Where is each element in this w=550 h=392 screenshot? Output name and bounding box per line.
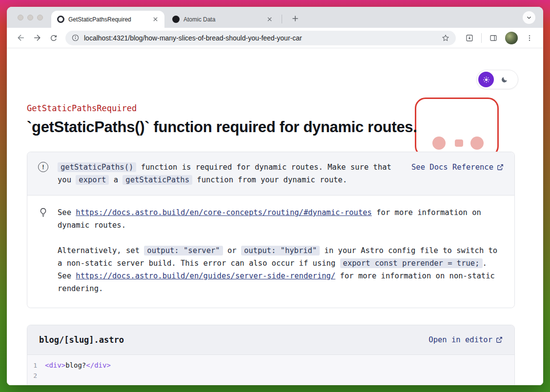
error-title: `getStaticPaths()` function required for… [27, 118, 515, 137]
reload-icon [49, 34, 58, 42]
code-snippet-card: blog/[slug].astro Open in editor 1 <div>… [27, 325, 515, 385]
back-button[interactable] [13, 30, 28, 46]
sun-icon [483, 76, 490, 83]
tab-label: GetStaticPathsRequired [68, 16, 147, 23]
side-panel-icon [489, 34, 498, 42]
inline-code: export [76, 175, 109, 185]
traffic-light-minimize[interactable] [27, 15, 33, 20]
back-arrow-icon [16, 33, 25, 42]
forward-button[interactable] [29, 30, 45, 46]
inline-code: getStaticPaths [122, 175, 192, 185]
astro-favicon [57, 16, 64, 23]
bookmark-star-icon[interactable] [441, 34, 450, 42]
reload-button[interactable] [46, 30, 61, 46]
inline-code: output: "hybrid" [241, 246, 320, 255]
theme-toggle [476, 70, 518, 89]
toolbar-divider [481, 33, 482, 43]
atomic-data-favicon [172, 16, 180, 23]
text-segment: See [58, 208, 76, 217]
line-code: <div>blog?</div> [45, 360, 111, 371]
error-card: ! getStaticPaths() function is required … [27, 152, 515, 308]
code-line: 1 <div>blog?</div> [27, 360, 514, 371]
plus-icon [292, 15, 299, 22]
code-tag: <div> [45, 361, 65, 369]
traffic-light-close[interactable] [18, 15, 23, 20]
open-in-editor-label: Open in editor [428, 333, 492, 346]
page-content: GetStaticPathsRequired `getStaticPaths()… [7, 48, 543, 385]
docs-reference-label: See Docs Reference [411, 161, 493, 174]
error-message-section: ! getStaticPaths() function is required … [27, 152, 514, 196]
code-card-header: blog/[slug].astro Open in editor [27, 325, 514, 355]
lightbulb-icon [38, 207, 48, 217]
address-bar-url[interactable]: localhost:4321/blog/how-many-slices-of-b… [84, 34, 437, 42]
install-app-icon [465, 34, 474, 42]
text-segment: or [223, 246, 241, 255]
profile-avatar[interactable] [505, 32, 518, 44]
inline-code: export const prerender = true; [340, 258, 483, 268]
inline-link[interactable]: https://docs.astro.build/en/guides/serve… [76, 272, 335, 280]
line-number: 1 [27, 360, 45, 371]
tab-label: Atomic Data [183, 16, 262, 23]
error-hint-text: See https://docs.astro.build/en/core-con… [58, 206, 504, 295]
error-hint-section: See https://docs.astro.build/en/core-con… [27, 196, 514, 308]
hint-paragraph-2: Alternatively, set output: "server" or o… [58, 244, 504, 295]
tab-getstaticpathsrequired[interactable]: GetStaticPathsRequired [51, 11, 164, 28]
text-segment: Alternatively, set [58, 246, 144, 255]
omnibox[interactable]: localhost:4321/blog/how-many-slices-of-b… [65, 31, 456, 45]
open-in-editor-link[interactable]: Open in editor [428, 333, 503, 346]
inline-link[interactable]: https://docs.astro.build/en/core-concept… [76, 208, 372, 217]
warning-icon: ! [38, 162, 48, 172]
dark-theme-button[interactable] [496, 72, 512, 87]
tab-atomic-data[interactable]: Atomic Data [166, 11, 279, 28]
light-theme-button[interactable] [478, 72, 494, 87]
site-info-icon[interactable] [71, 34, 80, 42]
new-tab-button[interactable] [289, 12, 302, 25]
traffic-light-zoom[interactable] [37, 15, 43, 20]
kebab-menu-icon [526, 34, 533, 42]
warning-icon-col: ! [38, 161, 51, 186]
code-tag: </div> [86, 361, 111, 369]
tab-search-button[interactable] [523, 11, 535, 24]
code-body: 1 <div>blog?</div> 2 [27, 355, 514, 385]
side-panel-button[interactable] [486, 30, 501, 46]
address-bar: localhost:4321/blog/how-many-slices-of-b… [7, 28, 543, 48]
moon-icon [501, 76, 508, 83]
forward-arrow-icon [33, 33, 42, 42]
toolbar-right [462, 30, 537, 46]
text-segment: blog? [65, 361, 86, 369]
tab-close-icon[interactable] [151, 15, 160, 23]
chevron-down-icon [526, 15, 532, 20]
text-segment: a [109, 176, 122, 184]
code-line: 2 [27, 371, 514, 381]
inline-code: output: "server" [144, 246, 223, 255]
docs-reference-link[interactable]: See Docs Reference [411, 161, 504, 174]
tab-separator [282, 15, 282, 23]
browser-window: GetStaticPathsRequired Atomic Data [7, 7, 543, 385]
traffic-lights [18, 15, 43, 20]
tab-close-icon[interactable] [265, 15, 274, 23]
hint-paragraph-1: See https://docs.astro.build/en/core-con… [58, 206, 504, 232]
text-segment: function from your dynamic route. [192, 176, 347, 184]
install-app-button[interactable] [462, 30, 477, 46]
external-link-icon [496, 336, 503, 343]
hint-icon-col [38, 206, 51, 295]
browser-menu-button[interactable] [522, 30, 537, 46]
error-message-text: getStaticPaths() function is required fo… [58, 161, 405, 186]
external-link-icon [497, 164, 504, 171]
code-filename: blog/[slug].astro [39, 335, 124, 345]
inline-code: getStaticPaths() [58, 162, 136, 172]
error-overlay: GetStaticPathsRequired `getStaticPaths()… [27, 48, 515, 385]
line-number: 2 [27, 371, 45, 381]
error-name: GetStaticPathsRequired [27, 103, 515, 114]
tab-strip: GetStaticPathsRequired Atomic Data [7, 7, 543, 28]
